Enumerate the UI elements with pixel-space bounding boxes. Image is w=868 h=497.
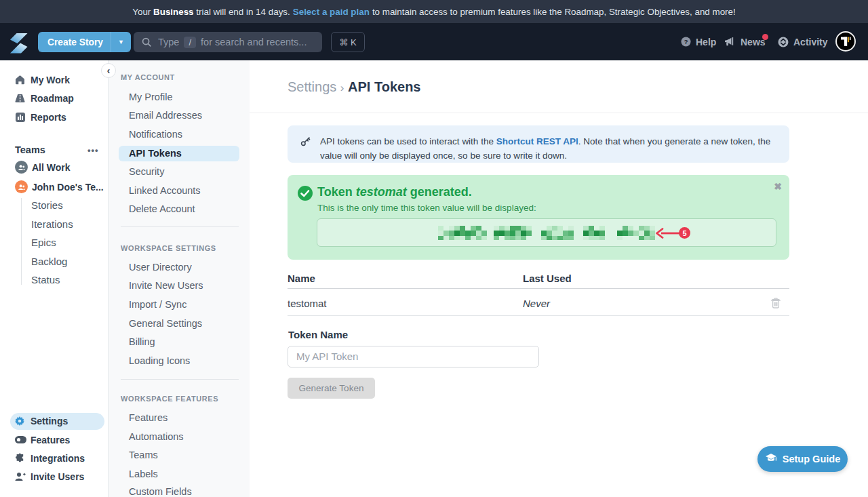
svg-text:?: ? <box>684 39 688 45</box>
